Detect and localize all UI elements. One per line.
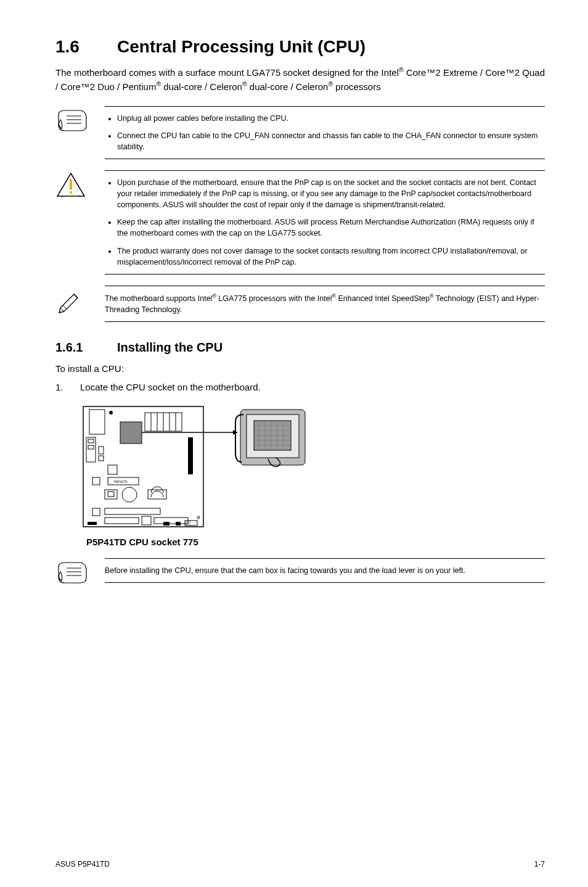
svg-text:P5P41TD: P5P41TD <box>114 480 128 484</box>
subsection-number: 1.6.1 <box>55 340 117 355</box>
pencil-icon <box>55 287 83 315</box>
step-text: Locate the CPU socket on the motherboard… <box>80 381 261 394</box>
subsection-heading: 1.6.1 Installing the CPU <box>55 340 545 355</box>
subsection-lead: To install a CPU: <box>55 362 545 376</box>
note-icon <box>55 107 89 132</box>
svg-rect-23 <box>99 456 104 461</box>
svg-rect-35 <box>105 518 139 524</box>
svg-rect-26 <box>92 477 100 485</box>
step-number: 1. <box>55 381 80 394</box>
figure-caption: P5P41TD CPU socket 775 <box>86 537 545 547</box>
svg-rect-33 <box>92 508 100 516</box>
svg-rect-30 <box>108 492 114 497</box>
svg-point-31 <box>122 487 137 502</box>
caution-list: Upon purchase of the motherboard, ensure… <box>105 177 545 268</box>
steps-list: 1. Locate the CPU socket on the motherbo… <box>55 381 545 394</box>
svg-rect-21 <box>88 445 94 449</box>
note-item: Unplug all power cables before installin… <box>117 113 545 124</box>
svg-rect-40 <box>185 521 197 526</box>
section-heading: 1.6 Central Processing Unit (CPU) <box>55 37 545 57</box>
note-item: Connect the CPU fan cable to the CPU_FAN… <box>117 130 545 152</box>
section-intro: The motherboard comes with a surface mou… <box>55 65 545 94</box>
note-block-general: Unplug all power cables before installin… <box>55 106 545 159</box>
svg-rect-19 <box>86 437 96 462</box>
step-item: 1. Locate the CPU socket on the motherbo… <box>55 381 545 394</box>
subsection-title: Installing the CPU <box>117 340 223 355</box>
svg-point-6 <box>79 196 80 197</box>
caution-icon <box>55 171 86 199</box>
note-text: Before installing the CPU, ensure that t… <box>105 565 545 576</box>
section-number: 1.6 <box>55 37 117 57</box>
svg-rect-38 <box>163 522 169 526</box>
note-block-cpu-orientation: Before installing the CPU, ensure that t… <box>55 558 545 584</box>
caution-item: Upon purchase of the motherboard, ensure… <box>117 177 545 210</box>
svg-rect-20 <box>88 439 94 443</box>
footer-right: 1-7 <box>534 860 545 868</box>
svg-rect-18 <box>120 422 142 444</box>
note-icon <box>55 559 89 584</box>
svg-rect-45 <box>88 522 97 525</box>
svg-rect-29 <box>105 490 117 499</box>
svg-rect-25 <box>108 465 117 474</box>
svg-rect-9 <box>83 406 203 527</box>
svg-rect-16 <box>89 410 105 434</box>
svg-point-44 <box>197 516 200 519</box>
svg-point-4 <box>70 191 72 194</box>
svg-point-5 <box>62 196 63 197</box>
svg-rect-37 <box>154 518 188 524</box>
svg-rect-36 <box>142 516 151 525</box>
figure: P5P41TD <box>80 403 545 547</box>
svg-line-7 <box>74 294 78 298</box>
svg-rect-39 <box>176 522 181 526</box>
caution-item: Keep the cap after installing the mother… <box>117 217 545 239</box>
section-title: Central Processing Unit (CPU) <box>117 37 365 57</box>
svg-rect-24 <box>188 437 193 474</box>
info-block: The motherboard supports Intel® LGA775 p… <box>55 286 545 322</box>
caution-block: Upon purchase of the motherboard, ensure… <box>55 170 545 274</box>
svg-line-8 <box>63 305 67 309</box>
note-list: Unplug all power cables before installin… <box>105 113 545 152</box>
caution-item: The product warranty does not cover dama… <box>117 245 545 268</box>
svg-point-17 <box>109 411 113 415</box>
footer-left: ASUS P5P41TD <box>55 860 110 868</box>
info-text: The motherboard supports Intel® LGA775 p… <box>105 292 545 315</box>
svg-rect-34 <box>105 508 160 514</box>
motherboard-diagram: P5P41TD <box>80 403 314 533</box>
page-footer: ASUS P5P41TD 1-7 <box>55 860 545 868</box>
svg-rect-22 <box>99 447 104 454</box>
